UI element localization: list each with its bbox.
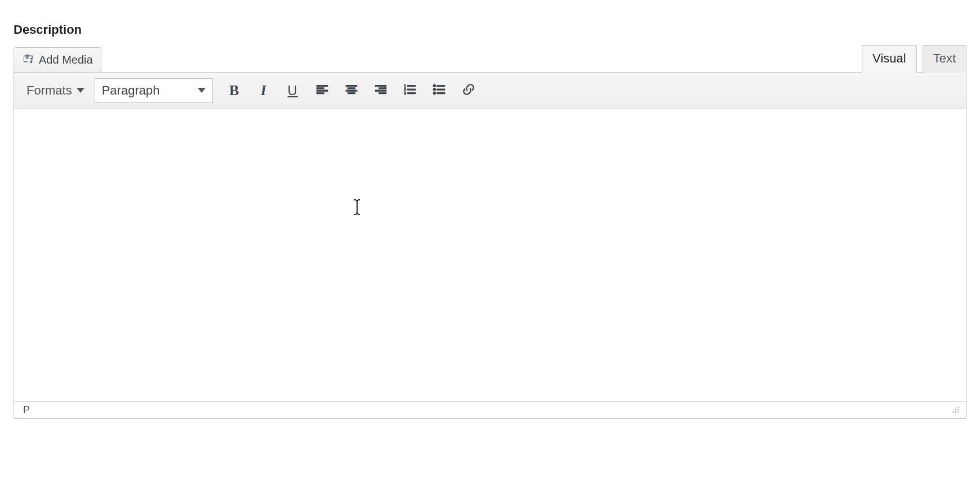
formats-dropdown[interactable]: Formats [19,77,92,104]
svg-point-10 [955,411,956,413]
svg-point-5 [433,92,435,94]
tab-visual-label: Visual [872,51,906,65]
italic-icon: I [261,82,266,99]
italic-button[interactable]: I [250,77,277,104]
resize-handle[interactable] [952,404,959,416]
svg-point-4 [433,88,435,91]
svg-point-11 [953,411,954,413]
bold-icon: B [229,82,239,99]
editor-container: Formats Paragraph B I U [14,72,966,419]
add-media-label: Add Media [39,53,93,66]
insert-link-button[interactable] [455,77,482,104]
tab-text-label: Text [933,51,956,65]
add-media-button[interactable]: Add Media [14,47,101,73]
align-left-icon [315,82,329,98]
align-center-button[interactable] [338,77,365,104]
svg-point-9 [957,411,959,413]
block-format-select[interactable]: Paragraph [95,78,213,103]
align-center-icon [344,82,359,98]
camera-music-icon [22,52,34,68]
chevron-down-icon [198,88,206,93]
block-format-selected: Paragraph [102,83,160,98]
text-cursor-icon [352,199,362,218]
chevron-down-icon [77,88,84,93]
formats-label: Formats [26,83,72,98]
svg-text:3: 3 [404,91,406,95]
element-path[interactable]: P [23,404,30,416]
unordered-list-icon [432,82,447,98]
link-icon [461,82,476,98]
svg-point-7 [957,409,959,410]
editor-mode-tabs: Visual Text [862,45,966,73]
align-left-button[interactable] [309,77,336,104]
align-right-icon [373,82,388,98]
editor-status-bar: P [14,401,966,418]
unordered-list-button[interactable] [426,77,453,104]
align-right-button[interactable] [367,77,394,104]
svg-point-3 [433,84,435,87]
underline-icon: U [288,83,298,98]
svg-point-6 [957,407,959,408]
section-title: Description [14,23,966,37]
editor-toolbar: Formats Paragraph B I U [14,73,966,109]
ordered-list-icon: 123 [403,82,417,98]
editor-content-area[interactable] [14,109,966,401]
tab-text[interactable]: Text [923,45,966,73]
tab-visual[interactable]: Visual [862,45,917,73]
ordered-list-button[interactable]: 123 [397,77,424,104]
underline-button[interactable]: U [279,77,306,104]
svg-point-8 [955,409,956,410]
bold-button[interactable]: B [221,77,248,104]
editor-header-row: Add Media Visual Text [14,45,966,73]
